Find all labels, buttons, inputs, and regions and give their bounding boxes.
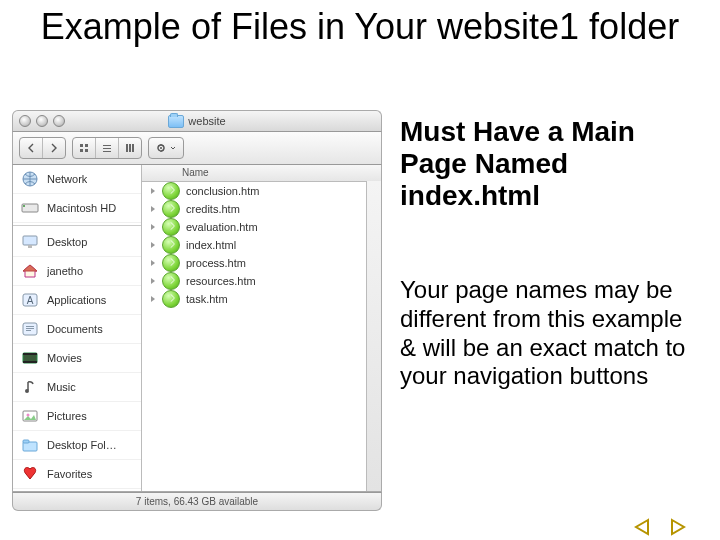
- html-file-icon: [162, 290, 180, 308]
- sidebar-item-home[interactable]: janetho: [13, 257, 141, 286]
- svg-rect-22: [26, 330, 31, 331]
- home-icon: [19, 261, 41, 281]
- chevron-right-icon: [148, 186, 158, 196]
- sidebar-item-music[interactable]: Music: [13, 373, 141, 402]
- chevron-right-icon: [148, 240, 158, 250]
- finder-window: website: [12, 110, 382, 508]
- sidebar-item-apps[interactable]: AApplications: [13, 286, 141, 315]
- finder-file-pane: Name conclusion.htmcredits.htmevaluation…: [142, 165, 381, 491]
- sidebar-item-label: Macintosh HD: [47, 202, 116, 214]
- action-button[interactable]: [148, 137, 184, 159]
- sidebar-item-label: Network: [47, 173, 87, 185]
- view-columns-button[interactable]: [119, 138, 141, 158]
- file-name-label: conclusion.htm: [186, 185, 259, 197]
- svg-rect-14: [23, 205, 25, 207]
- svg-rect-30: [23, 440, 29, 443]
- favorites-icon: [19, 464, 41, 484]
- html-file-icon: [162, 236, 180, 254]
- view-icons-button[interactable]: [73, 138, 96, 158]
- file-name-label: evaluation.htm: [186, 221, 258, 233]
- sidebar-item-favorites[interactable]: Favorites: [13, 460, 141, 489]
- sidebar-item-label: Documents: [47, 323, 103, 335]
- slide-title: Example of Files in Your website1 folder: [0, 6, 720, 47]
- column-header-name[interactable]: Name: [142, 165, 381, 182]
- svg-rect-4: [103, 145, 111, 146]
- nav-back-forward[interactable]: [19, 137, 66, 159]
- scrollbar[interactable]: [366, 181, 381, 491]
- sidebar-item-docs[interactable]: Documents: [13, 315, 141, 344]
- network-icon: [19, 169, 41, 189]
- finder-window-title: website: [13, 115, 381, 128]
- close-icon[interactable]: [19, 115, 31, 127]
- apps-icon: A: [19, 290, 41, 310]
- movies-icon: [19, 348, 41, 368]
- view-mode-buttons[interactable]: [72, 137, 142, 159]
- html-file-icon: [162, 272, 180, 290]
- slide-nav: [628, 516, 692, 538]
- file-row[interactable]: evaluation.htm: [142, 218, 381, 236]
- file-row[interactable]: process.htm: [142, 254, 381, 272]
- slide-emphasis: Must Have a Main Page Named index.html: [400, 116, 700, 213]
- svg-rect-20: [26, 326, 34, 327]
- sidebar-divider: [13, 225, 141, 226]
- gear-icon[interactable]: [149, 138, 183, 158]
- file-name-label: resources.htm: [186, 275, 256, 287]
- sidebar-item-desktop[interactable]: Desktop: [13, 228, 141, 257]
- svg-rect-21: [26, 328, 34, 329]
- svg-rect-7: [126, 144, 128, 152]
- file-row[interactable]: index.html: [142, 236, 381, 254]
- chevron-right-icon: [148, 222, 158, 232]
- zoom-icon[interactable]: [53, 115, 65, 127]
- svg-rect-25: [23, 361, 37, 363]
- svg-rect-15: [23, 236, 37, 245]
- docs-icon: [19, 319, 41, 339]
- svg-rect-16: [28, 245, 32, 248]
- svg-rect-24: [23, 353, 37, 355]
- back-button[interactable]: [20, 138, 43, 158]
- hd-icon: [19, 198, 41, 218]
- finder-title-label: website: [188, 115, 225, 127]
- desktopfol-icon: [19, 435, 41, 455]
- file-row[interactable]: conclusion.htm: [142, 182, 381, 200]
- file-row[interactable]: resources.htm: [142, 272, 381, 290]
- file-row[interactable]: task.htm: [142, 290, 381, 308]
- file-name-label: process.htm: [186, 257, 246, 269]
- forward-button[interactable]: [43, 138, 65, 158]
- sidebar-item-label: Movies: [47, 352, 82, 364]
- svg-text:A: A: [27, 295, 34, 306]
- sidebar-item-label: Desktop: [47, 236, 87, 248]
- sidebar-item-movies[interactable]: Movies: [13, 344, 141, 373]
- sidebar-item-hd[interactable]: Macintosh HD: [13, 194, 141, 223]
- svg-rect-6: [103, 151, 111, 152]
- chevron-right-icon: [148, 204, 158, 214]
- next-slide-button[interactable]: [664, 516, 692, 538]
- svg-rect-2: [80, 149, 83, 152]
- svg-rect-0: [80, 144, 83, 147]
- pictures-icon: [19, 406, 41, 426]
- finder-titlebar[interactable]: website: [12, 110, 382, 132]
- sidebar-item-desktopfol[interactable]: Desktop Fol…: [13, 431, 141, 460]
- file-name-label: index.html: [186, 239, 236, 251]
- html-file-icon: [162, 254, 180, 272]
- svg-rect-8: [129, 144, 131, 152]
- finder-toolbar: [12, 132, 382, 165]
- chevron-right-icon: [148, 258, 158, 268]
- sidebar-item-label: Favorites: [47, 468, 92, 480]
- desktop-icon: [19, 232, 41, 252]
- minimize-icon[interactable]: [36, 115, 48, 127]
- file-name-label: credits.htm: [186, 203, 240, 215]
- slide-body-text: Your page names may be different from th…: [400, 276, 700, 391]
- svg-rect-1: [85, 144, 88, 147]
- svg-rect-9: [132, 144, 134, 152]
- sidebar-item-network[interactable]: Network: [13, 165, 141, 194]
- file-list: conclusion.htmcredits.htmevaluation.htmi…: [142, 182, 381, 491]
- sidebar-item-label: Pictures: [47, 410, 87, 422]
- file-row[interactable]: credits.htm: [142, 200, 381, 218]
- view-list-button[interactable]: [96, 138, 119, 158]
- html-file-icon: [162, 200, 180, 218]
- sidebar-item-pictures[interactable]: Pictures: [13, 402, 141, 431]
- finder-content: NetworkMacintosh HDDesktopjanethoAApplic…: [12, 165, 382, 492]
- svg-point-26: [25, 389, 29, 393]
- finder-sidebar: NetworkMacintosh HDDesktopjanethoAApplic…: [13, 165, 142, 491]
- prev-slide-button[interactable]: [628, 516, 656, 538]
